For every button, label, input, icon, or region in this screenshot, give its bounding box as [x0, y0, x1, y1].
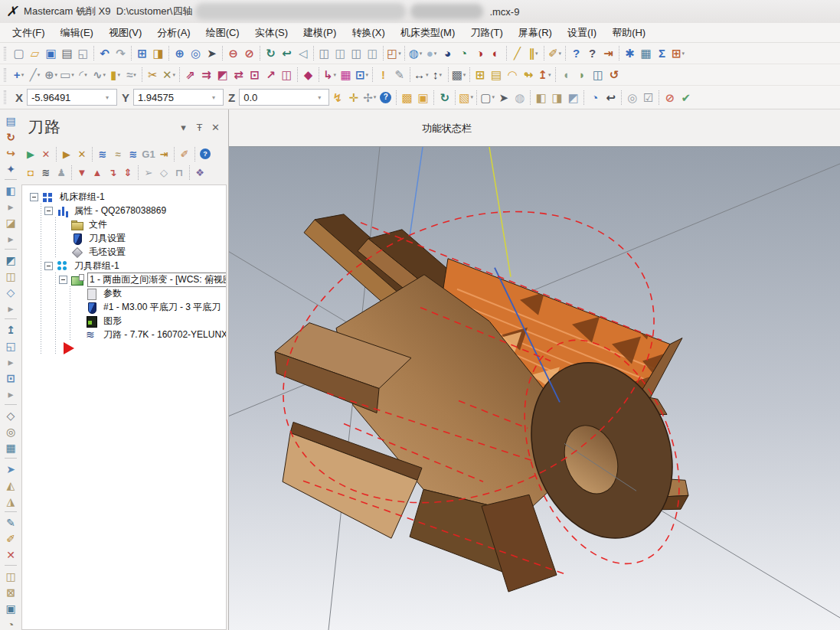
repaint-icon[interactable]: ◨ [150, 44, 166, 64]
regen-all-toolpaths-icon[interactable]: ≋ [126, 145, 141, 162]
zoom-window-icon[interactable]: ⊕ [172, 44, 188, 64]
move-up-icon[interactable]: ▲ [90, 164, 105, 181]
plane-down-icon[interactable]: ◮ [2, 493, 19, 509]
insert-arrow-icon[interactable] [64, 342, 74, 354]
print-preview-icon[interactable]: ◱ [75, 44, 91, 64]
create-fillet-icon[interactable]: ◜▾ [75, 65, 91, 85]
xform-translate-icon[interactable]: ⇗ [182, 65, 198, 85]
tree-item[interactable]: 刀具设置 [24, 231, 226, 245]
tree-item[interactable]: 刀路 - 7.7K - 160702-YELUNXIAO.I [24, 328, 226, 341]
trim-entity-icon[interactable]: ✂ [145, 65, 161, 85]
select-cursor-icon[interactable]: ➤ [495, 87, 512, 107]
validate-check-icon[interactable]: ☑ [640, 87, 656, 107]
select-sphere-icon[interactable]: ◍ [512, 87, 528, 107]
plane-last-icon[interactable]: ◔ [2, 616, 19, 630]
plane-copy-icon[interactable]: ◫ [2, 568, 19, 584]
xform-translate-3d-icon[interactable]: ⇉ [198, 65, 214, 85]
expand-plane-top-icon[interactable]: ▸ [2, 198, 19, 214]
view-cube-iso-icon[interactable]: ◫ [316, 44, 332, 64]
plane-grid-icon[interactable]: ▣ [2, 600, 19, 616]
result-view-icon[interactable]: ⊡▾ [354, 65, 370, 85]
tree-item-label[interactable]: 参数 [102, 287, 123, 300]
xform-rotate-icon[interactable]: ⇄ [230, 65, 247, 85]
create-spline-icon[interactable]: ∿▾ [91, 65, 107, 85]
dropdown-arrow-icon[interactable]: ▾ [334, 72, 337, 78]
dropdown-arrow-icon[interactable]: ▾ [38, 72, 41, 78]
dropdown-arrow-icon[interactable]: ▾ [55, 72, 58, 78]
wireframe-display-icon[interactable]: ◍▾ [407, 44, 423, 64]
select-in-view-icon[interactable]: ▧▾ [458, 87, 474, 107]
tree-item[interactable]: 属性 - QQ2678038869 [24, 204, 226, 217]
settings-disc-icon[interactable]: ◎ [624, 87, 640, 107]
dropdown-arrow-icon[interactable]: ▾ [434, 51, 437, 57]
create-surface-icon[interactable]: ≈▾ [123, 65, 139, 85]
note-label-icon[interactable]: ✎ [391, 65, 407, 85]
regen-selected-icon[interactable]: ▶ [59, 145, 74, 162]
dropdown-arrow-icon[interactable]: ▾ [682, 51, 685, 57]
scroll-insert-arrow-icon[interactable]: ⇕ [120, 164, 136, 181]
tree-item-label[interactable]: 属性 - QQ2678038869 [73, 204, 168, 217]
plane-create-icon[interactable]: ✎ [2, 514, 19, 530]
tree-item[interactable]: #1 - M3.00 平底刀 - 3 平底刀 [24, 300, 226, 314]
tree-item[interactable]: 1 - 两曲面之间渐变 - [WCS: 俯视图] [24, 273, 226, 286]
tree-item[interactable]: 参数 [24, 286, 226, 300]
graphics-viewport[interactable] [229, 146, 840, 630]
dropdown-arrow-icon[interactable]: ▾ [21, 72, 25, 78]
analyze-entity-icon[interactable]: ╱ [509, 44, 525, 64]
plane-raise-icon[interactable]: ↥ [2, 322, 19, 338]
tree-item-label[interactable]: 毛坯设置 [87, 246, 127, 259]
zoom-out-half-icon[interactable]: ⊘ [241, 44, 257, 64]
dropdown-arrow-icon[interactable]: ▾ [548, 72, 551, 78]
analyze-dimension-icon[interactable]: ? [584, 44, 600, 64]
tree-item[interactable]: 机床群组-1 [24, 190, 226, 204]
move-down-icon[interactable]: ▼ [74, 164, 90, 181]
analyze-multi-icon[interactable]: ∥▾ [525, 44, 541, 64]
layout-grid-icon[interactable]: ⊞▾ [670, 44, 686, 64]
x-dropdown-arrow-icon[interactable]: ▾ [101, 94, 113, 101]
create-solid-cylinder-icon[interactable]: ▮▾ [107, 65, 123, 85]
analyze-chain-icon[interactable]: ⇥ [600, 44, 616, 64]
surface-flat-icon[interactable]: ▤ [489, 65, 505, 85]
toolbar-grip[interactable] [4, 47, 6, 60]
dropdown-arrow-icon[interactable]: ▾ [117, 72, 120, 78]
select-solid-face-icon[interactable]: ◧ [533, 87, 549, 107]
hidden-removed-display-icon[interactable]: ◑ [472, 44, 488, 64]
hatch-pattern-icon[interactable]: ▩▾ [451, 65, 467, 85]
zoom-out-icon[interactable]: ⊖ [225, 44, 241, 64]
dimension-vertical-icon[interactable]: ↕▾ [430, 65, 446, 85]
dropdown-arrow-icon[interactable]: ▾ [559, 51, 562, 57]
solid-shell-icon[interactable]: ◗ [574, 65, 590, 85]
g1-post-icon[interactable]: G1 [141, 145, 156, 162]
select-all-operations-icon[interactable]: ▶ [23, 145, 38, 162]
dropdown-arrow-icon[interactable]: ▾ [84, 72, 87, 78]
select-last-icon[interactable]: ▩ [399, 87, 415, 107]
dynamic-rotate-icon[interactable]: ↻ [263, 44, 279, 64]
summary-sigma-icon[interactable]: Σ [654, 44, 670, 64]
xform-mirror-icon[interactable]: ◩ [214, 65, 230, 85]
dropdown-arrow-icon[interactable]: ▾ [463, 72, 466, 78]
menu-item[interactable]: 转换(X) [344, 24, 392, 42]
ok-selection-icon[interactable]: ✔ [678, 87, 694, 107]
tree-item-label[interactable]: 文件 [87, 218, 109, 231]
surface-swept-icon[interactable]: ↬ [521, 65, 537, 85]
tree-item-label[interactable]: 刀路 - 7.7K - 160702-YELUNXIAO.I [102, 328, 227, 341]
plane-iso-icon[interactable]: ◪ [2, 214, 19, 230]
xform-offset-contour-icon[interactable]: ◫ [279, 65, 295, 85]
analyze-dynamic-icon[interactable]: ✐▾ [547, 44, 563, 64]
move-insert-after-icon[interactable]: ↴ [105, 164, 120, 181]
print-icon[interactable]: ▤ [59, 44, 75, 64]
expand-plane-iso-icon[interactable]: ▸ [2, 230, 19, 246]
dropdown-arrow-icon[interactable]: ▾ [133, 72, 136, 78]
report-grid-icon[interactable]: ▦ [638, 44, 654, 64]
dropdown-arrow-icon[interactable]: ▾ [440, 72, 443, 78]
gnomon-axes-icon[interactable]: ✢▾ [361, 87, 378, 107]
toolbar-grip[interactable] [4, 90, 6, 104]
help-icon[interactable]: ? [378, 87, 394, 107]
menu-item[interactable]: 机床类型(M) [393, 24, 463, 42]
select-regen-icon[interactable]: ↻ [436, 87, 453, 107]
tree-item[interactable]: 图形 [24, 314, 226, 328]
shaded-edges-display-icon[interactable]: ◕ [440, 44, 456, 64]
xform-dynamic-icon[interactable]: ◆ [300, 65, 316, 85]
x-coordinate-input[interactable] [28, 90, 101, 105]
menu-item[interactable]: 编辑(E) [53, 24, 101, 42]
